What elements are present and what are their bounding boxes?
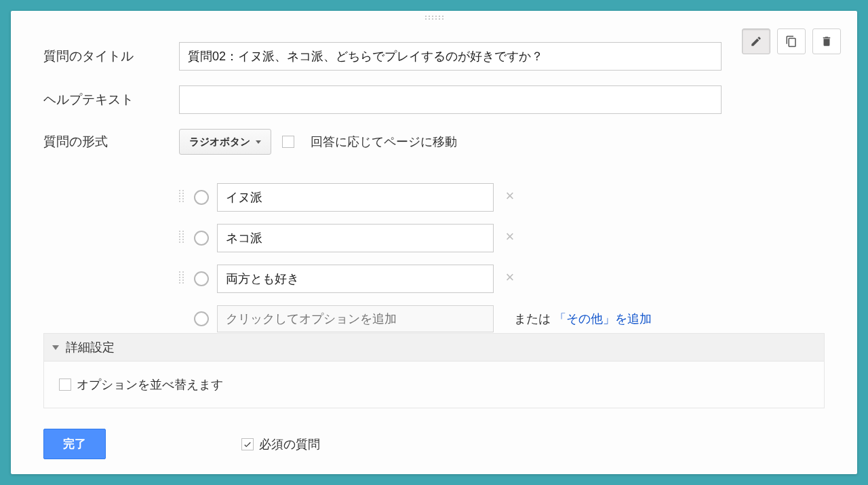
drag-handle-icon[interactable] <box>179 190 186 205</box>
add-option-row: または 「その他」を追加 <box>179 305 722 332</box>
advanced-title: 詳細設定 <box>66 339 115 355</box>
radio-icon <box>194 311 209 326</box>
duplicate-icon <box>785 35 797 47</box>
delete-button[interactable] <box>812 28 841 54</box>
radio-icon <box>194 271 209 286</box>
chevron-down-icon <box>256 140 261 144</box>
question-title-input[interactable] <box>179 42 722 71</box>
form-area: 質問のタイトル ヘルプテキスト 質問の形式 ラジオボタン 回答に応じてページに移… <box>43 42 722 332</box>
drag-handle-icon[interactable] <box>179 271 186 286</box>
option-input[interactable] <box>217 224 494 252</box>
done-button[interactable]: 完了 <box>43 429 106 459</box>
row-question-type: 質問の形式 ラジオボタン 回答に応じてページに移動 <box>43 129 722 155</box>
chevron-down-icon <box>52 345 59 350</box>
add-option-input[interactable] <box>217 305 494 332</box>
advanced-settings: 詳細設定 オプションを並べ替えます <box>43 333 825 408</box>
label-help-text: ヘルプテキスト <box>43 91 179 109</box>
required-checkbox[interactable] <box>241 438 254 450</box>
add-other-text: または 「その他」を追加 <box>514 311 652 327</box>
remove-option-button[interactable]: × <box>502 271 518 287</box>
goto-page-checkbox[interactable] <box>282 136 294 148</box>
advanced-toggle[interactable]: 詳細設定 <box>43 333 825 362</box>
label-question-title: 質問のタイトル <box>43 47 179 65</box>
option-row: × <box>179 224 722 252</box>
required-label: 必須の質問 <box>259 436 320 452</box>
shuffle-checkbox[interactable] <box>59 379 71 391</box>
add-other-link[interactable]: 「その他」を追加 <box>554 312 652 326</box>
edit-button[interactable] <box>742 28 770 54</box>
remove-option-button[interactable]: × <box>502 189 518 206</box>
option-input[interactable] <box>217 183 494 212</box>
goto-page-label: 回答に応じてページに移動 <box>311 134 457 150</box>
radio-icon <box>194 190 209 205</box>
label-question-type: 質問の形式 <box>43 133 179 151</box>
drag-handle-icon[interactable] <box>425 16 443 21</box>
option-row: × <box>179 183 722 212</box>
duplicate-button[interactable] <box>777 28 806 54</box>
option-input[interactable] <box>217 265 494 293</box>
question-editor-card: 質問のタイトル ヘルプテキスト 質問の形式 ラジオボタン 回答に応じてページに移… <box>11 11 857 474</box>
edit-icon <box>750 35 762 47</box>
remove-option-button[interactable]: × <box>502 230 518 246</box>
options-area: × × × または 「その他」を追加 <box>179 183 722 332</box>
option-row: × <box>179 265 722 293</box>
help-text-input[interactable] <box>179 85 722 114</box>
shuffle-label: オプションを並べ替えます <box>77 376 223 393</box>
question-type-value: ラジオボタン <box>189 136 250 149</box>
radio-icon <box>194 231 209 246</box>
row-help-text: ヘルプテキスト <box>43 85 722 114</box>
row-question-title: 質問のタイトル <box>43 42 722 71</box>
required-wrap: 必須の質問 <box>241 436 320 452</box>
toolbar <box>742 28 841 54</box>
delete-icon <box>821 35 833 47</box>
footer: 完了 必須の質問 <box>43 429 825 459</box>
question-type-dropdown[interactable]: ラジオボタン <box>179 129 271 155</box>
drag-handle-icon[interactable] <box>179 231 186 246</box>
advanced-body: オプションを並べ替えます <box>43 362 825 408</box>
